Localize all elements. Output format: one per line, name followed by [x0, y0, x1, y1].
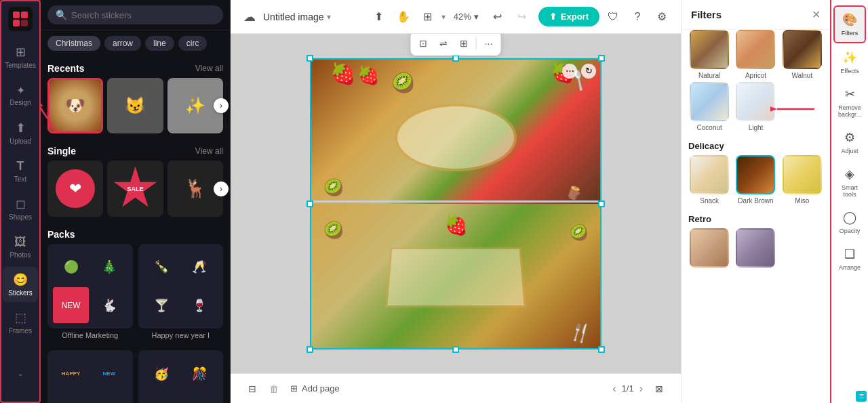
- right-item-arrange[interactable]: ❑ Arrange: [833, 241, 866, 276]
- title-chevron-icon[interactable]: ▾: [327, 12, 331, 22]
- sidebar-item-text[interactable]: T Text: [3, 153, 38, 188]
- right-item-filters[interactable]: 🎨 Filters: [833, 5, 866, 43]
- filter-thumb-walnut: [783, 30, 822, 69]
- refresh-icon[interactable]: ↻: [581, 64, 596, 79]
- redo-button[interactable]: ↪: [511, 6, 533, 28]
- help-icon[interactable]: ?: [627, 6, 648, 28]
- pack-party-2[interactable]: 🥳 🎊 🎉 🎈: [138, 350, 224, 403]
- handle-br[interactable]: [598, 346, 605, 353]
- sidebar-item-shapes[interactable]: ◻ Shapes: [3, 191, 38, 226]
- filter-walnut[interactable]: Walnut: [781, 30, 823, 79]
- search-input[interactable]: [71, 10, 215, 20]
- right-item-opacity[interactable]: ◯ Opacity: [833, 205, 866, 240]
- filter-miso[interactable]: Miso: [781, 155, 823, 205]
- sidebar-item-photos[interactable]: 🖼 Photos: [3, 229, 38, 264]
- sticker-heart[interactable]: ❤: [47, 161, 103, 216]
- prev-page-icon[interactable]: ‹: [612, 383, 616, 395]
- recents-next-arrow[interactable]: ›: [214, 98, 229, 113]
- filter-apricot[interactable]: Apricot: [734, 30, 776, 79]
- more-icon[interactable]: ···: [479, 34, 498, 53]
- filter-grid-2: Coconut Light: [688, 82, 823, 131]
- zoom-control[interactable]: 42% ▾: [448, 9, 484, 24]
- sidebar-item-stickers[interactable]: 😊 Stickers: [3, 267, 38, 302]
- sidebar-item-templates[interactable]: ⊞ Templates: [3, 39, 38, 75]
- export-button[interactable]: ⬆ Export: [538, 7, 599, 26]
- canvas-wrapper[interactable]: Page 1 🍓 🍓 🍓 🥝 🥝 🥄: [231, 34, 681, 373]
- tag-arrow[interactable]: arrow: [104, 36, 141, 51]
- handle-bl[interactable]: [307, 346, 313, 353]
- shield-icon[interactable]: 🛡: [602, 6, 624, 28]
- handle-mr[interactable]: [598, 200, 605, 207]
- filter-natural[interactable]: Natural: [688, 30, 730, 79]
- sticker-cat-glasses[interactable]: 😼: [107, 78, 163, 133]
- add-page-icon: ⊞: [290, 383, 298, 394]
- retro-section-title: Retro: [688, 207, 823, 228]
- resize-icon[interactable]: ⊞: [454, 34, 473, 53]
- right-item-remove-bg[interactable]: ✂ Remove backgr...: [833, 81, 866, 123]
- single-view-all[interactable]: View all: [195, 146, 223, 156]
- filter-dark-brown[interactable]: ☰ Dark Brown: [734, 155, 776, 205]
- recents-view-all[interactable]: View all: [195, 64, 223, 73]
- pack-offline-marketing[interactable]: 🟢 🎄 NEW 🐇 Offline Marketing: [47, 244, 133, 345]
- single-title: Single: [47, 146, 76, 156]
- flip-icon[interactable]: ⇌: [434, 34, 453, 53]
- remove-bg-icon: ✂: [845, 87, 855, 102]
- settings-icon[interactable]: ⚙: [651, 6, 673, 28]
- filter-light[interactable]: Light: [734, 82, 776, 131]
- document-title: Untitled image: [263, 12, 324, 22]
- delete-page-icon[interactable]: 🗑: [263, 378, 285, 400]
- filter-label-walnut: Walnut: [791, 72, 812, 79]
- frame-tool-button[interactable]: ⊞: [417, 6, 439, 28]
- handle-tr[interactable]: [598, 55, 605, 62]
- filter-label-natural: Natural: [698, 72, 720, 79]
- sidebar-item-upload[interactable]: ⬆ Upload: [3, 115, 38, 150]
- handle-tc[interactable]: [452, 55, 459, 62]
- canvas-area: ☁ Untitled image ▾ ⬆ ✋ ⊞ ▾ 42% ▾ ↩ ↪ ⬆ E…: [231, 0, 681, 403]
- hand-tool-button[interactable]: ✋: [393, 6, 414, 28]
- canvas-more-icon[interactable]: ⋯: [562, 64, 577, 79]
- tag-circ[interactable]: circ: [178, 36, 208, 51]
- single-next-arrow[interactable]: ›: [214, 182, 229, 196]
- sidebar-item-frames[interactable]: ⬚ Frames: [3, 305, 38, 340]
- handle-ml[interactable]: [307, 200, 313, 207]
- next-page-icon[interactable]: ›: [639, 383, 643, 395]
- filter-coconut[interactable]: Coconut: [688, 82, 730, 131]
- bottom-bar: ⊟ 🗑 ⊞ Add page ‹ 1/1 › ⊠: [231, 373, 681, 403]
- svg-rect-1: [21, 12, 28, 18]
- filter-grid-delicacy: Snack ☰ Dark Brown Miso: [688, 155, 823, 205]
- tag-line[interactable]: line: [145, 36, 174, 51]
- right-item-smart-tools[interactable]: ◈ Smart tools: [833, 161, 866, 203]
- add-page-button[interactable]: ⊞ Add page: [285, 381, 345, 396]
- frame-chevron-icon[interactable]: ▾: [441, 12, 446, 22]
- pack-happy-new-year-2[interactable]: HAPPY NEW YEAR 🎉: [47, 350, 133, 403]
- filter-retro-2[interactable]: [734, 228, 776, 270]
- more-options-button[interactable]: ⌄: [3, 356, 38, 391]
- text-icon: T: [17, 159, 24, 173]
- sidebar-item-design[interactable]: ✦ Design: [3, 77, 38, 112]
- filter-grid-1: Natural Apricot Walnut: [688, 30, 823, 79]
- filter-retro-1[interactable]: [688, 228, 730, 270]
- pages-icon[interactable]: ⊟: [241, 378, 263, 400]
- select-tool-button[interactable]: ⬆: [368, 6, 390, 28]
- left-toolbar: ⊞ Templates ✦ Design ⬆ Upload T Text ◻ S…: [0, 0, 41, 403]
- right-item-adjust[interactable]: ⚙ Adjust: [833, 125, 866, 160]
- filter-snack[interactable]: Snack: [688, 155, 730, 205]
- undo-button[interactable]: ↩: [487, 6, 509, 28]
- packs-grid-2: HAPPY NEW YEAR 🎉 🥳 🎊 🎉 🎈: [47, 350, 223, 403]
- filters-close-button[interactable]: ✕: [812, 8, 821, 21]
- sticker-sale[interactable]: SALE: [107, 161, 163, 216]
- cloud-save-icon[interactable]: ☁: [239, 6, 260, 28]
- templates-icon: ⊞: [16, 45, 26, 60]
- fit-page-icon[interactable]: ⊠: [648, 378, 670, 400]
- right-item-effects[interactable]: ✨ Effects: [833, 45, 866, 80]
- handle-bc[interactable]: [452, 346, 459, 353]
- pack-happy-new-year[interactable]: 🍾 🥂 🍸 🍷 Happy new year I: [138, 244, 224, 345]
- tag-christmas[interactable]: Christmas: [47, 36, 100, 51]
- search-input-wrap[interactable]: 🔍: [47, 5, 223, 24]
- logo-button[interactable]: [8, 7, 33, 31]
- canvas-image-container[interactable]: 🍓 🍓 🍓 🥝 🥝 🥄 🪵: [310, 58, 601, 349]
- sticker-dog[interactable]: 🐶: [47, 78, 103, 133]
- handle-tl[interactable]: [307, 55, 313, 62]
- crop-icon[interactable]: ⊡: [414, 34, 433, 53]
- title-area: ☁ Untitled image ▾: [239, 6, 331, 28]
